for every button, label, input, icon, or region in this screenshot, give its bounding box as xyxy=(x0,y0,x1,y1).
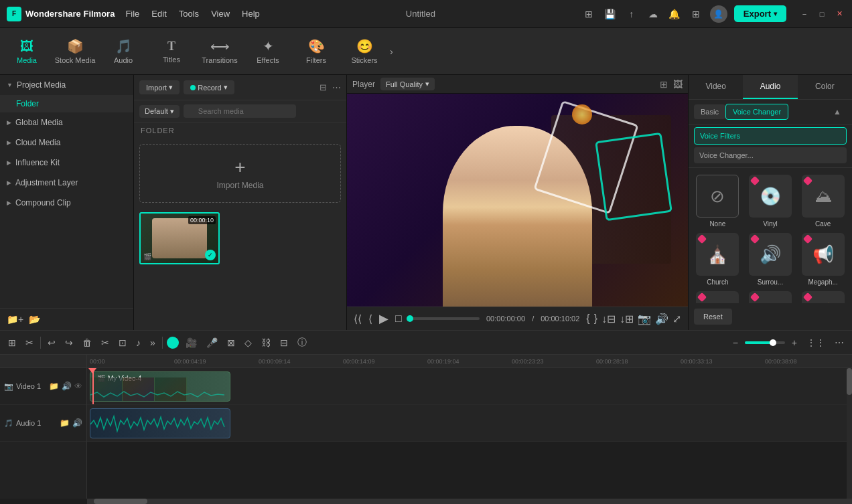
stop-button[interactable]: □ xyxy=(395,313,402,325)
audio-mute-icon[interactable]: 🔊 xyxy=(72,418,82,428)
quality-select[interactable]: Full Quality ▾ xyxy=(380,78,435,90)
menu-tools[interactable]: Tools xyxy=(179,9,199,19)
snapshot-tl-button[interactable]: ⊠ xyxy=(224,336,238,349)
bell-icon[interactable]: 🔔 xyxy=(667,7,682,21)
filter-icon[interactable]: ⊟ xyxy=(320,82,327,92)
layout-timeline-button[interactable]: ⊞ xyxy=(5,336,19,349)
progress-bar[interactable] xyxy=(409,317,480,320)
cut-button[interactable]: ✂ xyxy=(98,336,112,349)
track-eye-icon[interactable]: 👁 xyxy=(74,382,82,391)
audio-clip[interactable] xyxy=(90,408,230,438)
left-panel-folder[interactable]: Folder xyxy=(0,95,133,112)
minimize-button[interactable]: − xyxy=(798,8,810,20)
close-button[interactable]: ✕ xyxy=(833,8,845,20)
new-folder-icon[interactable]: 📁+ xyxy=(7,314,23,325)
voice-item-electrical[interactable]: ⚡ Electrical xyxy=(799,291,847,303)
audio-add-icon[interactable]: 📁 xyxy=(60,418,70,428)
sort-button[interactable]: Default ▾ xyxy=(139,105,180,118)
insert-button[interactable]: ↓⊟ xyxy=(601,313,616,325)
frame-back-button[interactable]: ⟨ xyxy=(368,313,372,325)
volume-button[interactable]: 🔊 xyxy=(655,313,668,325)
voice-item-phonograph[interactable]: 🎺 Phonog... xyxy=(694,291,741,303)
search-input[interactable] xyxy=(184,104,296,118)
import-button[interactable]: Import ▾ xyxy=(139,80,180,94)
voiceover-button[interactable]: 🎤 xyxy=(204,336,220,349)
layout-icon[interactable]: ⊞ xyxy=(689,7,703,21)
tab-audio-right[interactable]: Audio xyxy=(743,75,797,99)
skip-back-button[interactable]: ⟨⟨ xyxy=(354,313,362,325)
export-button[interactable]: Export ▾ xyxy=(734,5,786,22)
track-add-icon[interactable]: 📁 xyxy=(49,382,59,391)
tab-filters[interactable]: 🎨 Filters xyxy=(292,30,340,73)
grid-view-icon[interactable]: ⊞ xyxy=(660,79,668,90)
redo-button[interactable]: ↪ xyxy=(62,336,76,349)
left-panel-project-media[interactable]: ▼ Project Media xyxy=(0,75,133,95)
more-options-icon[interactable]: ⋯ xyxy=(332,82,341,92)
left-panel-adjustment-layer[interactable]: ▶ Adjustment Layer xyxy=(0,173,133,193)
voice-item-church[interactable]: ⛪ Church xyxy=(694,233,741,286)
track-info-button[interactable]: ⓘ xyxy=(295,335,309,350)
marker-button[interactable]: ◇ xyxy=(242,336,255,349)
play-button[interactable]: ▶ xyxy=(379,311,388,326)
mark-in-button[interactable]: { xyxy=(586,313,589,325)
voice-item-megaphone[interactable]: 📢 Megaph... xyxy=(799,233,847,286)
voice-changer-button[interactable]: Voice Changer... xyxy=(694,147,847,163)
video-clip[interactable]: 🎬 My Video-4 xyxy=(90,371,230,402)
vertical-scrollbar[interactable] xyxy=(847,368,852,499)
split-track-button[interactable]: ⊟ xyxy=(277,336,291,349)
reset-button[interactable]: Reset xyxy=(694,309,732,325)
more-tools-button[interactable]: » xyxy=(147,336,158,349)
crop-button[interactable]: ⊡ xyxy=(116,336,129,349)
tab-titles[interactable]: T Titles xyxy=(147,30,196,73)
menu-help[interactable]: Help xyxy=(242,9,260,19)
subtab-basic[interactable]: Basic xyxy=(694,104,725,119)
voice-item-surround[interactable]: 🔊 Surrou... xyxy=(747,233,794,286)
add-folder-icon[interactable]: 📂 xyxy=(29,314,40,325)
mark-out-button[interactable]: } xyxy=(594,313,597,325)
share-icon[interactable]: ↑ xyxy=(624,7,639,21)
subtab-voice-changer[interactable]: Voice Changer xyxy=(725,104,788,120)
collapse-panel-icon[interactable]: ▲ xyxy=(833,107,847,116)
left-panel-influence-kit[interactable]: ▶ Influence Kit xyxy=(0,153,133,173)
link-button[interactable]: ⛓ xyxy=(259,336,273,349)
left-panel-global-media[interactable]: ▶ Global Media xyxy=(0,112,133,133)
horizontal-scrollbar[interactable] xyxy=(87,499,852,504)
tab-stock-media[interactable]: 📦 Stock Media xyxy=(51,30,99,73)
zoom-in-button[interactable]: + xyxy=(789,336,800,349)
media-thumbnail[interactable]: 00:00:10 🎬 ✓ xyxy=(139,212,220,264)
voice-filters-button[interactable]: Voice Filters xyxy=(694,127,847,145)
voice-item-none[interactable]: ⊘ None xyxy=(694,175,741,228)
undo-button[interactable]: ↩ xyxy=(45,336,58,349)
voice-item-vinyl[interactable]: 💿 Vinyl xyxy=(747,175,794,228)
snapshot-button[interactable]: 📷 xyxy=(638,313,651,325)
save-icon[interactable]: 💾 xyxy=(603,7,618,21)
maximize-button[interactable]: □ xyxy=(816,8,828,20)
tab-video[interactable]: Video xyxy=(689,75,743,99)
fullscreen-ctrl-button[interactable]: ⤢ xyxy=(672,313,681,325)
tab-transitions[interactable]: ⟷ Transitions xyxy=(196,30,244,73)
overwrite-button[interactable]: ↓⊞ xyxy=(620,313,634,325)
voice-item-deep[interactable]: 🌊 Deep xyxy=(747,291,794,303)
camera-record-button[interactable]: 🎥 xyxy=(183,336,200,349)
tab-effects[interactable]: ✦ Effects xyxy=(244,30,292,73)
menu-view[interactable]: View xyxy=(211,9,230,19)
record-button[interactable]: Record ▾ xyxy=(184,80,234,94)
zoom-out-button[interactable]: − xyxy=(730,336,741,349)
cloud-icon[interactable]: ☁ xyxy=(646,7,660,21)
audio-clip-button[interactable]: ♪ xyxy=(133,336,143,349)
track-mute-icon[interactable]: 🔊 xyxy=(62,382,72,391)
tab-media[interactable]: 🖼 Media xyxy=(3,30,51,73)
tab-color[interactable]: Color xyxy=(798,75,852,99)
more-tl-button[interactable]: ⋯ xyxy=(832,336,847,349)
split-audio-button[interactable]: ✂ xyxy=(23,336,36,349)
tab-stickers[interactable]: 😊 Stickers xyxy=(340,30,388,73)
zoom-slider[interactable] xyxy=(745,341,785,344)
nav-icon[interactable]: ⊞ xyxy=(581,7,596,21)
user-avatar[interactable]: 👤 xyxy=(710,5,727,23)
delete-button[interactable]: 🗑 xyxy=(80,336,94,349)
menu-edit[interactable]: Edit xyxy=(151,9,166,19)
expand-tabs-icon[interactable]: › xyxy=(390,46,393,57)
menu-file[interactable]: File xyxy=(125,9,139,19)
left-panel-compound-clip[interactable]: ▶ Compound Clip xyxy=(0,193,133,213)
fullscreen-icon[interactable]: 🖼 xyxy=(673,79,683,90)
